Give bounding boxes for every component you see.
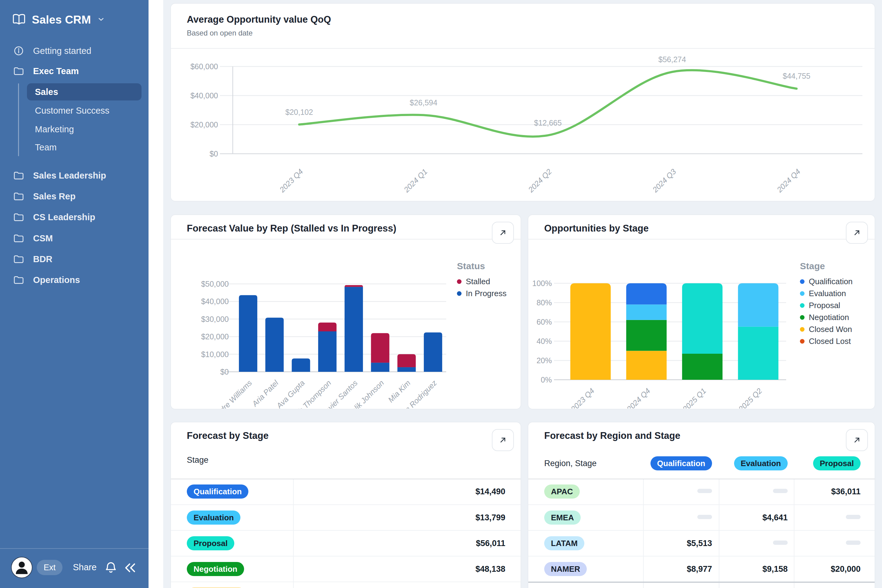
legend-item-stalled: Stalled <box>457 277 507 286</box>
sidebar-item-label: CSM <box>33 233 52 243</box>
stacked-bar-chart-rep: $0$10,000$20,000$30,000$40,000$50,000And… <box>171 240 447 408</box>
chevron-down-icon[interactable] <box>97 15 105 24</box>
svg-text:$56,274: $56,274 <box>658 55 686 64</box>
sidebar-item-label: Customer Success <box>35 106 110 116</box>
legend-title: Status <box>457 261 507 272</box>
sidebar-item-sales-leadership[interactable]: Sales Leadership <box>0 166 148 184</box>
legend-dot-icon <box>800 339 804 344</box>
region-value: $5,513 <box>687 539 712 548</box>
table-row-qualification: Qualification$14,490 <box>171 478 520 504</box>
region-value: $36,011 <box>831 487 861 496</box>
table-row-partial <box>528 582 874 588</box>
sidebar-item-bdr[interactable]: BDR <box>0 250 148 268</box>
folder-icon <box>14 275 24 285</box>
stage-value: $14,490 <box>293 487 520 496</box>
share-button[interactable]: Share <box>73 562 96 572</box>
sidebar-item-sales-rep[interactable]: Sales Rep <box>0 188 148 205</box>
empty-value-dash <box>846 540 861 545</box>
svg-text:100%: 100% <box>532 279 552 288</box>
svg-text:40%: 40% <box>537 337 552 345</box>
table-row-apac: APAC$36,011 <box>528 478 874 504</box>
svg-text:$20,000: $20,000 <box>190 120 218 129</box>
sidebar-item-cs-leadership[interactable]: CS Leadership <box>0 208 148 226</box>
table-row-proposal: Proposal$56,011 <box>171 530 520 556</box>
column-header-stage: Stage <box>187 455 208 465</box>
svg-text:2024 Q4: 2024 Q4 <box>775 167 802 194</box>
legend-label: Qualification <box>809 277 853 286</box>
folder-icon <box>14 213 24 222</box>
column-header-pill-proposal: Proposal <box>813 456 861 470</box>
svg-text:0%: 0% <box>541 375 552 384</box>
folder-icon <box>14 255 24 264</box>
legend-item-qualification: Qualification <box>800 277 853 286</box>
stage-pill: Negotiation <box>187 562 244 576</box>
svg-text:60%: 60% <box>537 318 552 326</box>
stage-value: $48,138 <box>293 564 520 574</box>
collapse-sidebar-icon[interactable] <box>123 562 137 575</box>
svg-text:2025 Q1: 2025 Q1 <box>681 387 707 408</box>
table-row-negotiation: Negotiation$48,138 <box>171 556 520 582</box>
svg-text:$30,000: $30,000 <box>201 315 229 323</box>
legend-label: Closed Lost <box>809 337 851 346</box>
legend-stage: Stage QualificationEvaluationProposalNeg… <box>800 261 853 346</box>
legend-label: Stalled <box>466 277 490 286</box>
svg-text:$10,000: $10,000 <box>201 350 229 358</box>
empty-value-dash <box>698 515 712 519</box>
stage-pill: Evaluation <box>187 510 240 525</box>
legend-item-proposal: Proposal <box>800 301 853 310</box>
svg-text:Andre Williams: Andre Williams <box>211 378 254 408</box>
empty-value-dash <box>773 489 788 493</box>
card-title: Forecast by Region and Stage <box>544 430 859 441</box>
ext-badge-button[interactable]: Ext <box>37 560 63 575</box>
empty-value-dash <box>846 515 861 519</box>
legend-label: Evaluation <box>809 289 846 298</box>
legend-item-in-progress: In Progress <box>457 289 507 298</box>
region-pill: EMEA <box>544 510 580 525</box>
svg-text:2024 Q4: 2024 Q4 <box>625 387 652 408</box>
line-chart: $0$20,000$40,000$60,000$20,102$26,594$12… <box>171 48 874 201</box>
sidebar-item-sales[interactable]: Sales <box>27 83 141 100</box>
sidebar-item-team[interactable]: Team <box>27 139 141 156</box>
column-header-region-stage: Region, Stage <box>528 459 643 468</box>
svg-text:$20,102: $20,102 <box>285 108 313 116</box>
region-pill: LATAM <box>544 536 584 550</box>
expand-card-button[interactable] <box>846 222 868 244</box>
table-row-namer: NAMER$8,977$9,158$20,000 <box>528 556 874 582</box>
sidebar-item-exec-team[interactable]: Exec Team <box>0 62 148 80</box>
legend-dot-icon <box>457 291 462 296</box>
region-pill: APAC <box>544 484 580 499</box>
legend-item-closed-lost: Closed Lost <box>800 337 853 346</box>
legend-dot-icon <box>800 303 804 308</box>
folder-icon <box>14 171 24 180</box>
svg-text:$44,755: $44,755 <box>783 72 810 80</box>
sidebar-item-getting-started[interactable]: Getting started <box>0 42 148 60</box>
expand-card-button[interactable] <box>492 429 514 451</box>
legend-label: Negotiation <box>809 313 849 322</box>
svg-text:2025 Q2: 2025 Q2 <box>736 387 764 408</box>
folder-icon <box>14 234 24 243</box>
svg-text:$26,594: $26,594 <box>410 98 437 107</box>
legend-label: In Progress <box>466 289 507 298</box>
card-title: Forecast Value by Rep (Stalled vs In Pro… <box>187 223 505 234</box>
sidebar-item-customer-success[interactable]: Customer Success <box>27 102 141 119</box>
stage-pill: Qualification <box>187 484 248 499</box>
stacked-bar-chart-stage: 0%20%40%60%80%100%2023 Q42024 Q42025 Q12… <box>528 240 798 408</box>
info-icon <box>14 46 24 56</box>
card-title: Forecast by Stage <box>187 430 505 441</box>
legend-label: Closed Won <box>809 325 852 334</box>
book-logo-icon <box>12 14 26 26</box>
card-title: Opportunities by Stage <box>544 223 859 234</box>
notifications-bell-icon[interactable] <box>104 561 118 576</box>
app-title[interactable]: Sales CRM <box>32 14 91 26</box>
expand-card-button[interactable] <box>492 222 514 244</box>
avatar[interactable] <box>11 557 33 578</box>
region-value: $4,641 <box>762 513 788 522</box>
sidebar-item-operations[interactable]: Operations <box>0 271 148 289</box>
card-subtitle: Based on open date <box>187 29 859 38</box>
sidebar-item-marketing[interactable]: Marketing <box>27 121 141 138</box>
folder-icon <box>14 66 24 76</box>
sidebar-item-csm[interactable]: CSM <box>0 230 148 247</box>
legend-dot-icon <box>800 315 804 320</box>
svg-text:$50,000: $50,000 <box>201 280 229 288</box>
sidebar-item-label: Getting started <box>33 46 91 56</box>
